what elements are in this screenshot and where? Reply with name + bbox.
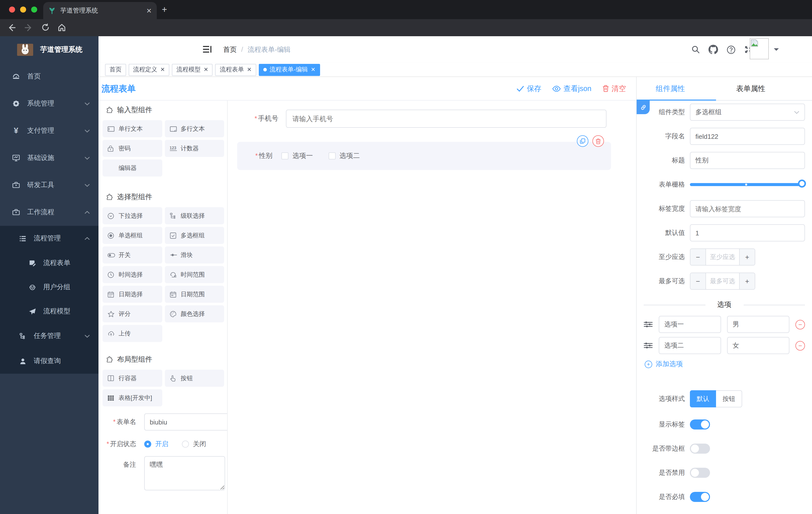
- increase-button[interactable]: +: [740, 273, 755, 289]
- clear-button[interactable]: 清空: [603, 84, 626, 93]
- tag-close-icon[interactable]: ✕: [311, 66, 315, 73]
- slider-handle[interactable]: [798, 180, 806, 188]
- decrease-button[interactable]: −: [690, 249, 705, 265]
- status-off-radio[interactable]: [182, 440, 189, 448]
- tag-close-icon[interactable]: ✕: [247, 66, 252, 73]
- browser-tab[interactable]: 芋道管理系统 ✕: [43, 2, 157, 19]
- option2-label-input[interactable]: [659, 337, 721, 354]
- new-tab-button[interactable]: +: [162, 5, 167, 13]
- link-icon[interactable]: [637, 101, 650, 114]
- gender-option1-checkbox[interactable]: [281, 153, 288, 159]
- style-default-button[interactable]: 默认: [690, 390, 716, 407]
- form-name-input[interactable]: [144, 413, 228, 431]
- palette-item-single-text[interactable]: 单行文本: [103, 120, 162, 137]
- tag-process-form-edit[interactable]: 流程表单-编辑 ✕: [259, 64, 320, 76]
- palette-item-cascader[interactable]: 级联选择: [165, 207, 224, 224]
- save-button[interactable]: 保存: [517, 84, 542, 93]
- tab-form-props[interactable]: 表单属性: [736, 77, 765, 100]
- delete-component-button[interactable]: [592, 135, 604, 147]
- sidebar-item-task-manage[interactable]: 任务管理: [0, 323, 98, 349]
- tag-close-icon[interactable]: ✕: [160, 66, 165, 73]
- search-icon[interactable]: [692, 45, 700, 54]
- status-on-label[interactable]: 开启: [155, 439, 168, 449]
- style-button-button[interactable]: 按钮: [716, 390, 742, 407]
- tab-component-props[interactable]: 组件属性: [656, 77, 685, 100]
- palette-item-checkbox-group[interactable]: 多选框组: [165, 227, 224, 244]
- window-close-button[interactable]: [9, 6, 15, 12]
- caret-down-icon[interactable]: [774, 48, 779, 53]
- sidebar-item-workflow[interactable]: 工作流程: [0, 199, 98, 226]
- palette-item-date-range[interactable]: 日期范围: [165, 286, 224, 303]
- default-value-input[interactable]: [690, 224, 805, 241]
- palette-item-switch[interactable]: 开关: [103, 246, 162, 264]
- slider-track[interactable]: [690, 183, 805, 186]
- back-icon[interactable]: [7, 23, 16, 32]
- palette-item-slider[interactable]: 滑块: [165, 246, 224, 264]
- palette-item-password[interactable]: 密码: [103, 140, 162, 157]
- status-off-label[interactable]: 关闭: [193, 439, 206, 449]
- option1-value-input[interactable]: [727, 316, 789, 333]
- forward-icon[interactable]: [24, 23, 33, 32]
- sidebar-item-user-group[interactable]: 用户分组: [0, 275, 98, 299]
- palette-item-radio-group[interactable]: 单选框组: [103, 227, 162, 244]
- gender-option1-label[interactable]: 选项一: [292, 152, 313, 160]
- disabled-toggle[interactable]: [690, 468, 710, 478]
- tag-close-icon[interactable]: ✕: [203, 66, 208, 73]
- sidebar-item-process-form[interactable]: 流程表单: [0, 251, 98, 275]
- palette-item-textarea[interactable]: 多行文本: [165, 120, 224, 137]
- palette-item-date-picker[interactable]: 日期选择: [103, 286, 162, 303]
- github-icon[interactable]: [709, 45, 718, 54]
- palette-item-table[interactable]: 表格[开发中]: [103, 389, 162, 406]
- component-type-select[interactable]: 多选框组: [690, 104, 805, 121]
- avatar[interactable]: [750, 38, 769, 59]
- sidebar-logo[interactable]: 芋道管理系统: [0, 36, 98, 63]
- palette-item-rate[interactable]: 评分: [103, 305, 162, 322]
- palette-item-button[interactable]: 按钮: [165, 370, 224, 387]
- window-minimize-button[interactable]: [20, 6, 26, 12]
- palette-item-time-picker[interactable]: 时间选择: [103, 266, 162, 283]
- label-width-input[interactable]: [690, 200, 805, 217]
- tag-process-model[interactable]: 流程模型 ✕: [172, 64, 212, 76]
- border-toggle[interactable]: [690, 443, 710, 454]
- option1-label-input[interactable]: [659, 316, 721, 333]
- tag-process-form[interactable]: 流程表单 ✕: [215, 64, 256, 76]
- selected-component-gender[interactable]: *性别 选项一 选项二: [237, 142, 611, 170]
- copy-component-button[interactable]: [577, 135, 588, 147]
- increase-button[interactable]: +: [740, 249, 755, 265]
- drag-handle-icon[interactable]: [644, 342, 653, 349]
- sidebar-item-home[interactable]: 首页: [0, 63, 98, 90]
- title-input[interactable]: [690, 152, 805, 169]
- sidebar-item-infra[interactable]: 基础设施: [0, 144, 98, 171]
- sidebar-item-devtools[interactable]: 研发工具: [0, 171, 98, 199]
- form-remark-textarea[interactable]: 嘿嘿: [144, 456, 225, 490]
- tab-close-icon[interactable]: ✕: [146, 7, 152, 14]
- hamburger-icon[interactable]: [203, 45, 211, 53]
- tag-home[interactable]: 首页: [105, 64, 126, 76]
- phone-field-row[interactable]: *手机号: [228, 110, 636, 128]
- help-icon[interactable]: [727, 45, 736, 54]
- add-option-button[interactable]: + 添加选项: [645, 359, 805, 369]
- breadcrumb-home[interactable]: 首页: [223, 45, 237, 54]
- tag-process-definition[interactable]: 流程定义 ✕: [128, 64, 169, 76]
- min-select-value[interactable]: 至少应选: [705, 249, 740, 265]
- max-select-value[interactable]: 最多可选: [705, 273, 740, 289]
- view-json-button[interactable]: 查看json: [552, 84, 591, 93]
- palette-item-upload[interactable]: 上传: [103, 325, 162, 342]
- show-label-toggle[interactable]: [690, 420, 710, 430]
- phone-field-input[interactable]: [286, 110, 607, 128]
- window-zoom-button[interactable]: [31, 6, 37, 12]
- drag-handle-icon[interactable]: [644, 321, 653, 328]
- sidebar-item-process-model[interactable]: 流程模型: [0, 299, 98, 323]
- palette-item-editor[interactable]: 编辑器: [103, 159, 162, 177]
- palette-item-select[interactable]: 下拉选择: [103, 207, 162, 224]
- sidebar-item-process-manage[interactable]: 流程管理: [0, 226, 98, 251]
- palette-item-time-range[interactable]: 时间范围: [165, 266, 224, 283]
- remove-option-icon[interactable]: −: [795, 341, 805, 350]
- sidebar-item-system[interactable]: 系统管理: [0, 90, 98, 117]
- reload-icon[interactable]: [41, 23, 50, 32]
- decrease-button[interactable]: −: [690, 273, 705, 289]
- status-on-radio[interactable]: [144, 440, 151, 448]
- gender-option2-label[interactable]: 选项二: [340, 152, 360, 160]
- field-name-input[interactable]: [690, 128, 805, 145]
- palette-item-color-picker[interactable]: 颜色选择: [165, 305, 224, 322]
